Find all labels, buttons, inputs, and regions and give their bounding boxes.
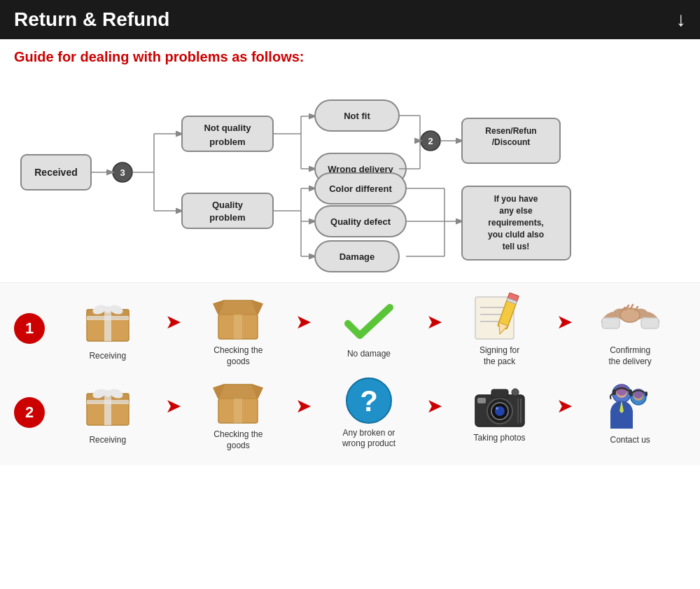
svg-text:requirements,: requirements, xyxy=(488,218,543,228)
step-1-items: Receiving ➤ Checking thegoods ➤ xyxy=(52,290,686,367)
process-row-1: 1 Receiving ➤ xyxy=(14,290,686,367)
step-2-receiving: Receiving xyxy=(52,380,164,446)
closed-box2-icon xyxy=(80,380,136,432)
step-1-checking-label: Checking thegoods xyxy=(214,345,262,367)
step-2-number: 2 xyxy=(14,397,45,428)
svg-point-92 xyxy=(512,389,519,396)
header-title: Return & Refund xyxy=(14,8,169,31)
step-1-signing-label: Signing forthe pack xyxy=(479,345,519,367)
svg-text:/Discount: /Discount xyxy=(492,137,531,147)
step-2-checking: Checking thegoods xyxy=(183,374,295,451)
arrow-2b: ➤ xyxy=(295,394,312,417)
svg-text:problem: problem xyxy=(209,212,245,223)
closed-box-icon xyxy=(80,296,136,348)
svg-point-98 xyxy=(616,384,627,396)
step-2-broken-label: Any broken orwrong product xyxy=(342,428,396,450)
svg-point-81 xyxy=(104,390,111,397)
svg-rect-91 xyxy=(491,389,508,398)
step-2-broken: ? Any broken orwrong product xyxy=(313,376,425,450)
svg-point-61 xyxy=(104,306,111,313)
svg-rect-105 xyxy=(645,391,648,396)
svg-text:tell us!: tell us! xyxy=(503,242,530,251)
flowchart-svg: Received 3 Not quality problem Quality p… xyxy=(14,78,686,274)
svg-point-90 xyxy=(496,407,498,410)
process-section: 1 Receiving ➤ xyxy=(0,282,700,465)
step-1-number: 1 xyxy=(14,313,45,344)
step-1-receiving-label: Receiving xyxy=(89,351,126,362)
step-1-nodamage-label: No damage xyxy=(347,349,391,360)
arrow-1b: ➤ xyxy=(295,310,312,333)
step-2-photos-label: Taking photos xyxy=(474,433,526,444)
process-row-2: 2 Receiving ➤ xyxy=(14,374,686,451)
camera-icon xyxy=(472,381,528,430)
handshake-icon xyxy=(601,290,660,342)
step-2-contact-label: Contact us xyxy=(610,435,650,446)
svg-text:any else: any else xyxy=(499,206,533,216)
svg-rect-99 xyxy=(612,389,616,395)
step-2-checking-label: Checking thegoods xyxy=(214,429,262,451)
svg-rect-78 xyxy=(87,400,129,404)
svg-rect-93 xyxy=(477,398,486,403)
svg-rect-63 xyxy=(234,314,242,339)
step-1-signing: Signing forthe pack xyxy=(444,290,556,367)
svg-text:?: ? xyxy=(360,384,378,417)
svg-rect-73 xyxy=(602,318,620,328)
header-arrow: ↓ xyxy=(676,8,686,31)
step-1-confirming: Confirmingthe delivery xyxy=(574,290,686,367)
svg-rect-58 xyxy=(87,316,129,320)
svg-rect-57 xyxy=(104,310,111,341)
open-box-icon xyxy=(210,290,266,342)
arrow-1a: ➤ xyxy=(165,310,181,333)
svg-text:3: 3 xyxy=(120,167,125,178)
svg-text:2: 2 xyxy=(428,136,433,146)
header: Return & Refund ↓ xyxy=(0,0,700,39)
step-1-confirming-label: Confirmingthe delivery xyxy=(608,345,651,367)
svg-text:you cluld also: you cluld also xyxy=(488,230,544,240)
arrow-2d: ➤ xyxy=(556,394,573,417)
arrow-2c: ➤ xyxy=(426,394,442,417)
svg-rect-12 xyxy=(182,193,273,228)
svg-text:Quality defect: Quality defect xyxy=(330,216,391,227)
svg-text:Not quality: Not quality xyxy=(204,123,251,133)
svg-text:problem: problem xyxy=(209,137,245,147)
svg-text:Color different: Color different xyxy=(329,183,392,194)
step-2-contact: Contact us xyxy=(574,380,686,446)
step-1-checking: Checking thegoods xyxy=(183,290,295,367)
step-2-receiving-label: Receiving xyxy=(89,435,126,446)
arrow-1c: ➤ xyxy=(426,310,442,333)
pencil-sign-icon xyxy=(472,290,528,342)
svg-text:If you have: If you have xyxy=(494,194,538,204)
step-2-items: Receiving ➤ Checking thegoods ➤ xyxy=(52,374,686,451)
svg-text:Damage: Damage xyxy=(340,251,375,262)
svg-text:Resen/Refun: Resen/Refun xyxy=(485,126,536,136)
svg-rect-74 xyxy=(641,318,659,328)
flowchart-section: Received 3 Not quality problem Quality p… xyxy=(0,72,700,282)
svg-rect-83 xyxy=(234,399,242,423)
svg-rect-77 xyxy=(104,394,111,425)
svg-text:Received: Received xyxy=(34,167,77,178)
svg-rect-104 xyxy=(630,391,633,396)
checkmark-icon xyxy=(344,297,393,346)
step-1-receiving: Receiving xyxy=(52,296,164,362)
step-2-photos: Taking photos xyxy=(444,381,556,444)
contact-icon xyxy=(602,380,658,432)
arrow-1d: ➤ xyxy=(556,310,573,333)
arrow-2a: ➤ xyxy=(165,394,181,417)
question-icon: ? xyxy=(344,376,393,425)
open-box2-icon xyxy=(210,374,266,427)
svg-text:Quality: Quality xyxy=(212,200,244,210)
svg-text:Not fit: Not fit xyxy=(344,111,370,121)
step-1-nodamage: No damage xyxy=(313,297,425,360)
guide-subtitle: Guide for dealing with problems as follo… xyxy=(0,39,700,72)
